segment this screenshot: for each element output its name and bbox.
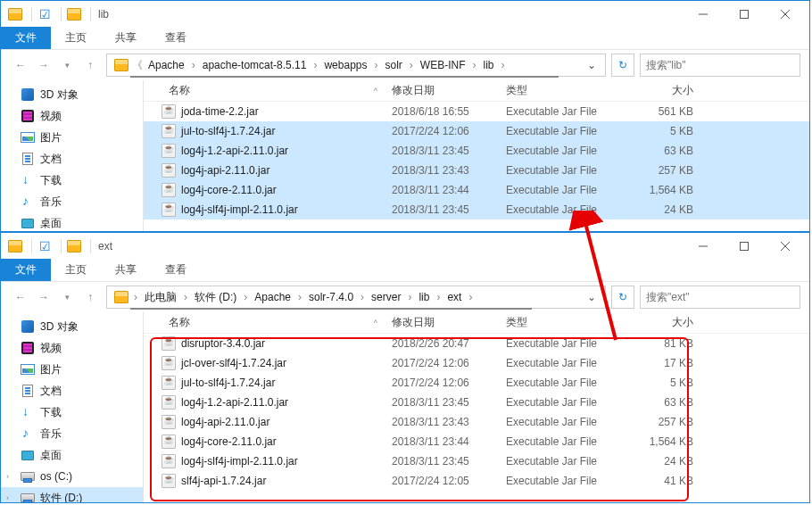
file-row[interactable]: log4j-api-2.11.0.jar2018/3/11 23:43Execu… bbox=[144, 161, 809, 180]
jar-file-icon bbox=[162, 474, 176, 488]
close-button[interactable] bbox=[765, 233, 806, 259]
nav-fwd-button[interactable]: → bbox=[33, 286, 54, 308]
sidebar[interactable]: 3D 对象视频图片文档下载音乐桌面›os (C:)›软件 (D:) bbox=[1, 312, 144, 502]
breadcrumb-1[interactable]: apache-tomcat-8.5.11 bbox=[197, 54, 312, 76]
col-date[interactable]: 修改日期 bbox=[385, 312, 499, 333]
path-box[interactable]: 《 Apache›apache-tomcat-8.5.11›webapps›so… bbox=[106, 54, 606, 77]
col-name[interactable]: 名称^ bbox=[144, 312, 385, 333]
file-row[interactable]: log4j-1.2-api-2.11.0.jar2018/3/11 23:45E… bbox=[144, 141, 809, 161]
column-headers[interactable]: 名称^ 修改日期 类型 大小 bbox=[144, 312, 809, 334]
col-size[interactable]: 大小 bbox=[620, 312, 700, 333]
sidebar-item-4[interactable]: 下载 bbox=[1, 402, 143, 423]
titlebar[interactable]: ☑ lib bbox=[1, 1, 809, 27]
maximize-button[interactable] bbox=[724, 233, 765, 259]
file-row[interactable]: disruptor-3.4.0.jar2018/2/26 20:47Execut… bbox=[144, 334, 809, 353]
col-date[interactable]: 修改日期 bbox=[385, 80, 499, 101]
col-type[interactable]: 类型 bbox=[499, 80, 620, 101]
file-row[interactable]: log4j-slf4j-impl-2.11.0.jar2018/3/11 23:… bbox=[144, 451, 809, 471]
nav-recent-button[interactable]: ▾ bbox=[56, 286, 78, 308]
breadcrumb-5[interactable]: lib bbox=[413, 286, 435, 308]
file-row[interactable]: slf4j-api-1.7.24.jar2017/2/24 12:05Execu… bbox=[144, 471, 809, 491]
breadcrumb-3[interactable]: solr bbox=[380, 54, 408, 76]
sidebar-item-0[interactable]: 3D 对象 bbox=[1, 84, 143, 105]
file-row[interactable]: jul-to-slf4j-1.7.24.jar2017/2/24 12:06Ex… bbox=[144, 121, 809, 141]
ribbon-tab-1[interactable]: 主页 bbox=[51, 259, 101, 281]
svg-rect-1 bbox=[741, 10, 749, 18]
nav-recent-button[interactable]: ▾ bbox=[56, 54, 78, 76]
sidebar-item-1[interactable]: 视频 bbox=[1, 337, 143, 359]
file-row[interactable]: log4j-core-2.11.0.jar2018/3/11 23:44Exec… bbox=[144, 432, 809, 451]
ribbon-tab-0[interactable]: 文件 bbox=[1, 27, 51, 49]
column-headers[interactable]: 名称^ 修改日期 类型 大小 bbox=[144, 80, 809, 102]
sidebar-item-5[interactable]: 音乐 bbox=[1, 423, 143, 444]
ribbon-tab-2[interactable]: 共享 bbox=[101, 259, 151, 281]
nav-back-button[interactable]: ← bbox=[10, 286, 31, 308]
titlebar[interactable]: ☑ ext bbox=[1, 233, 809, 259]
file-row[interactable]: jcl-over-slf4j-1.7.24.jar2017/2/24 12:06… bbox=[144, 353, 809, 373]
breadcrumb-1[interactable]: 软件 (D:) bbox=[189, 286, 242, 308]
sidebar[interactable]: 3D 对象视频图片文档下载音乐桌面 bbox=[1, 80, 144, 231]
ribbon-tab-2[interactable]: 共享 bbox=[101, 27, 151, 49]
sidebar-item-6[interactable]: 桌面 bbox=[1, 444, 143, 466]
file-list[interactable]: 名称^ 修改日期 类型 大小 disruptor-3.4.0.jar2018/2… bbox=[144, 312, 809, 502]
breadcrumb-5[interactable]: lib bbox=[478, 54, 500, 76]
breadcrumb-4[interactable]: WEB-INF bbox=[415, 54, 471, 76]
nav-back-button[interactable]: ← bbox=[10, 54, 31, 76]
sidebar-item-1[interactable]: 视频 bbox=[1, 105, 143, 127]
nav-up-button[interactable]: ↑ bbox=[79, 54, 101, 76]
file-row[interactable]: log4j-core-2.11.0.jar2018/3/11 23:44Exec… bbox=[144, 180, 809, 200]
sidebar-item-2[interactable]: 图片 bbox=[1, 359, 143, 380]
maximize-button[interactable] bbox=[724, 1, 765, 27]
breadcrumb-4[interactable]: server bbox=[366, 286, 406, 308]
sidebar-item-4[interactable]: 下载 bbox=[1, 170, 143, 191]
sidebar-item-3[interactable]: 文档 bbox=[1, 380, 143, 402]
search-input[interactable] bbox=[640, 286, 800, 309]
path-dropdown-icon[interactable]: ⌄ bbox=[582, 291, 601, 303]
search-input[interactable] bbox=[640, 54, 800, 77]
file-row[interactable]: jul-to-slf4j-1.7.24.jar2017/2/24 12:06Ex… bbox=[144, 373, 809, 393]
file-list[interactable]: 名称^ 修改日期 类型 大小 joda-time-2.2.jar2018/6/1… bbox=[144, 80, 809, 231]
ico-music-icon bbox=[21, 426, 35, 441]
ico-video-icon bbox=[21, 109, 35, 123]
ribbon-tab-1[interactable]: 主页 bbox=[51, 27, 101, 49]
path-box[interactable]: › 此电脑›软件 (D:)›Apache›solr-7.4.0›server›l… bbox=[106, 286, 606, 309]
file-row[interactable]: joda-time-2.2.jar2018/6/18 16:55Executab… bbox=[144, 102, 809, 121]
breadcrumb-0[interactable]: Apache bbox=[143, 54, 190, 76]
minimize-button[interactable] bbox=[683, 1, 724, 27]
ribbon-tab-3[interactable]: 查看 bbox=[151, 259, 201, 281]
sidebar-item-6[interactable]: 桌面 bbox=[1, 212, 143, 231]
refresh-button[interactable]: ↻ bbox=[611, 54, 634, 77]
sidebar-item-0[interactable]: 3D 对象 bbox=[1, 316, 143, 337]
file-row[interactable]: log4j-api-2.11.0.jar2018/3/11 23:43Execu… bbox=[144, 412, 809, 432]
file-date: 2018/3/11 23:43 bbox=[385, 164, 499, 177]
ribbon-tab-3[interactable]: 查看 bbox=[151, 27, 201, 49]
file-size: 257 KB bbox=[620, 416, 700, 428]
col-size[interactable]: 大小 bbox=[620, 80, 700, 101]
ico-dl-icon bbox=[21, 405, 35, 419]
ribbon-tab-0[interactable]: 文件 bbox=[1, 259, 51, 281]
sidebar-item-8[interactable]: ›软件 (D:) bbox=[1, 487, 143, 502]
minimize-button[interactable] bbox=[683, 233, 724, 259]
nav-fwd-button[interactable]: → bbox=[33, 54, 54, 76]
file-row[interactable]: log4j-1.2-api-2.11.0.jar2018/3/11 23:45E… bbox=[144, 393, 809, 412]
sidebar-item-7[interactable]: ›os (C:) bbox=[1, 466, 143, 487]
sidebar-item-2[interactable]: 图片 bbox=[1, 127, 143, 148]
sidebar-item-3[interactable]: 文档 bbox=[1, 148, 143, 170]
breadcrumb-6[interactable]: ext bbox=[442, 286, 467, 308]
chevron-right-icon: › bbox=[500, 59, 507, 71]
path-dropdown-icon[interactable]: ⌄ bbox=[582, 59, 601, 71]
breadcrumb-2[interactable]: webapps bbox=[319, 54, 372, 76]
col-name[interactable]: 名称^ bbox=[144, 80, 385, 101]
file-date: 2018/3/11 23:44 bbox=[385, 184, 499, 196]
file-row[interactable]: log4j-slf4j-impl-2.11.0.jar2018/3/11 23:… bbox=[144, 200, 809, 219]
breadcrumb-0[interactable]: 此电脑 bbox=[139, 286, 182, 308]
sidebar-item-5[interactable]: 音乐 bbox=[1, 191, 143, 212]
address-bar: ← → ▾ ↑ › 此电脑›软件 (D:)›Apache›solr-7.4.0›… bbox=[1, 282, 809, 312]
breadcrumb-3[interactable]: solr-7.4.0 bbox=[303, 286, 359, 308]
file-date: 2018/3/11 23:45 bbox=[385, 455, 499, 468]
breadcrumb-2[interactable]: Apache bbox=[249, 286, 296, 308]
col-type[interactable]: 类型 bbox=[499, 312, 620, 333]
close-button[interactable] bbox=[765, 1, 806, 27]
refresh-button[interactable]: ↻ bbox=[611, 286, 634, 309]
nav-up-button[interactable]: ↑ bbox=[79, 286, 101, 308]
